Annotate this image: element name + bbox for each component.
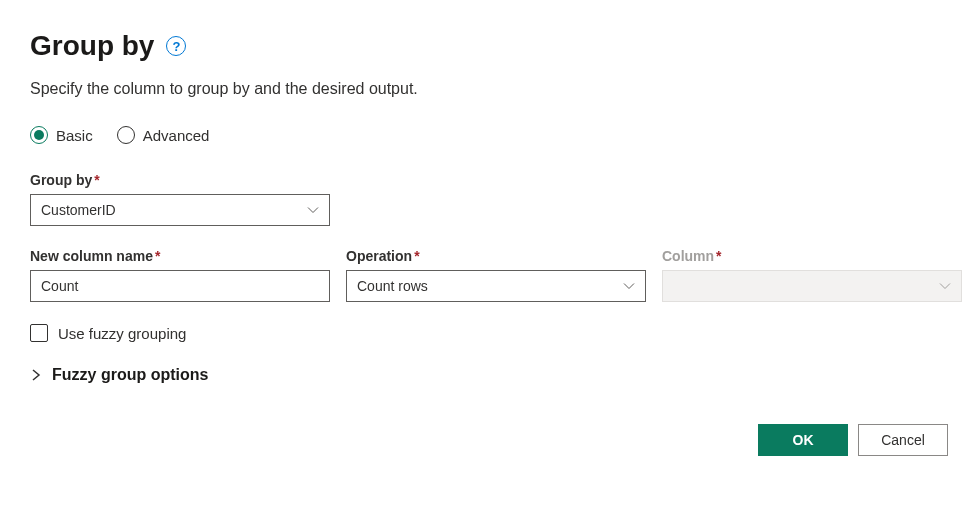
operation-field: Operation* Count rows — [346, 248, 646, 302]
group-by-label-text: Group by — [30, 172, 92, 188]
column-label-text: Column — [662, 248, 714, 264]
group-by-label: Group by* — [30, 172, 948, 188]
operation-value: Count rows — [357, 278, 428, 294]
required-indicator: * — [94, 172, 99, 188]
new-column-label-text: New column name — [30, 248, 153, 264]
group-by-value: CustomerID — [41, 202, 116, 218]
radio-advanced[interactable]: Advanced — [117, 126, 210, 144]
aggregation-row: New column name* Operation* Count rows C… — [30, 248, 948, 302]
cancel-button[interactable]: Cancel — [858, 424, 948, 456]
ok-button[interactable]: OK — [758, 424, 848, 456]
operation-select[interactable]: Count rows — [346, 270, 646, 302]
mode-radio-group: Basic Advanced — [30, 126, 948, 144]
required-indicator: * — [155, 248, 160, 264]
group-by-field: Group by* CustomerID — [30, 172, 948, 226]
new-column-field: New column name* — [30, 248, 330, 302]
page-title: Group by — [30, 30, 154, 62]
radio-advanced-circle — [117, 126, 135, 144]
dialog-description: Specify the column to group by and the d… — [30, 80, 948, 98]
operation-label: Operation* — [346, 248, 646, 264]
fuzzy-options-expander[interactable]: Fuzzy group options — [30, 366, 948, 384]
dialog-header: Group by ? — [30, 30, 948, 62]
chevron-down-icon — [307, 204, 319, 216]
fuzzy-options-label: Fuzzy group options — [52, 366, 208, 384]
radio-basic-circle — [30, 126, 48, 144]
fuzzy-checkbox[interactable] — [30, 324, 48, 342]
required-indicator: * — [414, 248, 419, 264]
group-by-select[interactable]: CustomerID — [30, 194, 330, 226]
operation-label-text: Operation — [346, 248, 412, 264]
column-label: Column* — [662, 248, 962, 264]
radio-basic[interactable]: Basic — [30, 126, 93, 144]
column-field: Column* — [662, 248, 962, 302]
new-column-input[interactable] — [30, 270, 330, 302]
radio-advanced-label: Advanced — [143, 127, 210, 144]
radio-basic-dot — [34, 130, 44, 140]
chevron-down-icon — [939, 280, 951, 292]
fuzzy-checkbox-label: Use fuzzy grouping — [58, 325, 186, 342]
required-indicator: * — [716, 248, 721, 264]
column-select — [662, 270, 962, 302]
chevron-right-icon — [30, 369, 42, 381]
fuzzy-checkbox-row[interactable]: Use fuzzy grouping — [30, 324, 948, 342]
help-icon[interactable]: ? — [166, 36, 186, 56]
dialog-footer: OK Cancel — [30, 424, 948, 456]
chevron-down-icon — [623, 280, 635, 292]
new-column-label: New column name* — [30, 248, 330, 264]
radio-basic-label: Basic — [56, 127, 93, 144]
